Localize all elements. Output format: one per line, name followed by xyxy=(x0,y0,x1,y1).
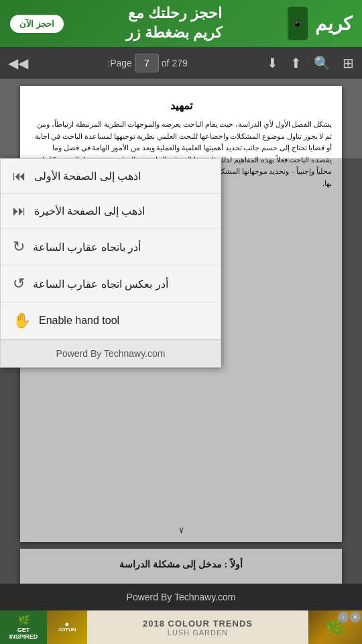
banner-text: احجز رحلتك مع كريم بضغطة زر xyxy=(126,4,222,42)
banner-phone-icon: 📱 xyxy=(288,7,308,40)
powered-by-text: Powerd By Technawy.com xyxy=(127,592,236,602)
download-button[interactable]: ⬇ xyxy=(264,52,281,74)
menu-powered-by: Powerd By Technawy.com xyxy=(1,339,221,367)
toolbar-right: ⬇ ⬆ 🔍 ⊞ xyxy=(264,52,357,74)
main-content: تمهيد يشكل الفصل الأول لأي الدراسة، حيث … xyxy=(0,79,362,584)
book-now-button[interactable]: احجز الآن xyxy=(10,15,64,33)
layout-button[interactable]: ⊞ xyxy=(340,52,357,74)
ad-close-button[interactable]: ✕ xyxy=(350,612,361,623)
inspire-label: GET INSPIRED xyxy=(4,627,43,640)
toolbar: ◀◀ of 279 Page: ⬇ ⬆ 🔍 ⊞ xyxy=(0,47,362,79)
dropdown-menu: اذهب إلى الصفحة الأولى ⏮ اذهب إلى الصفحة… xyxy=(0,158,221,368)
search-button[interactable]: 🔍 xyxy=(311,52,333,74)
rotate-cw-icon: ↻ xyxy=(13,238,25,256)
of-label: of 279 xyxy=(162,58,188,68)
page-info: of 279 Page: xyxy=(107,54,188,72)
go-first-icon: ⏮ xyxy=(13,168,26,184)
top-banner-ad[interactable]: احجز الآن احجز رحلتك مع كريم بضغطة زر 📱 … xyxy=(0,0,362,47)
leaf-icon: 🌿 xyxy=(18,614,29,625)
menu-item-go-first[interactable]: اذهب إلى الصفحة الأولى ⏮ xyxy=(1,159,221,194)
toolbar-left: ◀◀ xyxy=(5,52,31,74)
page-input[interactable] xyxy=(135,54,159,72)
jotun-logo: ⬟ JOTUN xyxy=(58,622,76,633)
banner-content: 2018 COLOUR TRENDS LUSH GARDEN xyxy=(87,616,308,639)
menu-item-hand-tool[interactable]: Enable hand tool ✋ xyxy=(1,303,221,339)
get-inspired-button[interactable]: 🌿 GET INSPIRED xyxy=(0,610,47,644)
powered-by-bar: Powerd By Technawy.com xyxy=(0,584,362,610)
pdf-section-title: تمهيد xyxy=(30,99,332,112)
menu-item-go-last[interactable]: اذهب إلى الصفحة الأخيرة ⏭ xyxy=(1,194,221,229)
banner-year: 2018 COLOUR TRENDS xyxy=(143,619,253,629)
ad-info-button[interactable]: i xyxy=(338,612,349,623)
banner-subtitle: LUSH GARDEN xyxy=(168,629,228,637)
back-button[interactable]: ◀◀ xyxy=(5,52,31,74)
banner-close-area: i ✕ xyxy=(338,612,361,623)
page-label: Page: xyxy=(107,58,132,68)
menu-item-rotate-ccw[interactable]: أدر بعكس اتجاه عقارب الساعة ↺ xyxy=(1,266,221,303)
jotun-logo-area: ⬟ JOTUN xyxy=(47,610,87,644)
menu-item-rotate-cw[interactable]: أدر باتجاه عقارب الساعة ↻ xyxy=(1,229,221,266)
kareem-logo: كريم xyxy=(315,13,352,35)
rotate-ccw-icon: ↺ xyxy=(13,275,25,292)
go-last-icon: ⏭ xyxy=(13,203,26,219)
bottom-banner-ad[interactable]: 🌿 GET INSPIRED ⬟ JOTUN 2018 COLOUR TREND… xyxy=(0,610,362,644)
hand-tool-icon: ✋ xyxy=(13,312,31,329)
upload-button[interactable]: ⬆ xyxy=(288,52,304,74)
